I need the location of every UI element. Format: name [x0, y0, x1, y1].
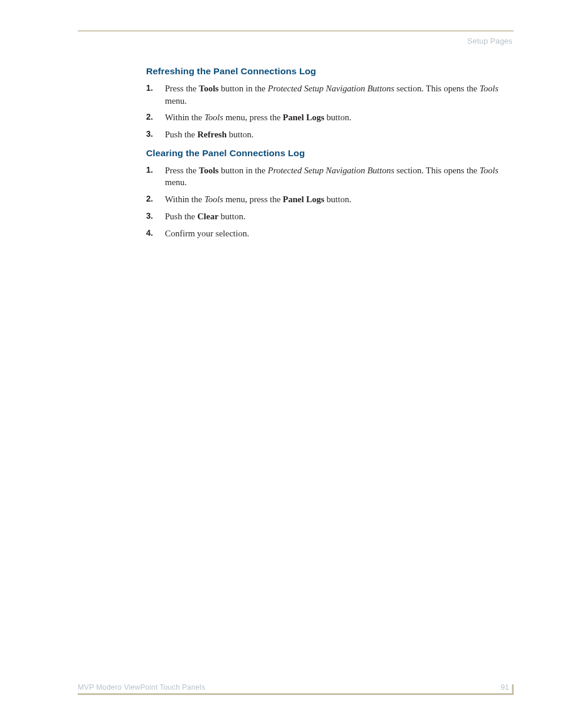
footer-corner-tick: [512, 684, 514, 695]
text-run: menu.: [165, 96, 187, 106]
text-run: menu.: [165, 177, 187, 187]
footer-rule: [78, 693, 514, 695]
footer-doc-title: MVP Modero ViewPoint Touch Panels: [78, 683, 205, 691]
text-run: Push the: [165, 130, 197, 139]
text-run: button.: [227, 130, 254, 139]
text-run: Panel Logs: [283, 113, 324, 122]
text-run: Tools: [204, 113, 223, 122]
text-run: button in the: [219, 166, 267, 175]
text-run: Tools: [199, 84, 219, 93]
list-item: Within the Tools menu, press the Panel L…: [146, 111, 501, 124]
header-rule: [78, 31, 514, 31]
list-item: Push the Refresh button.: [146, 129, 501, 141]
text-run: Tools: [480, 166, 498, 175]
list-item: Confirm your selection.: [146, 228, 501, 240]
text-run: Panel Logs: [283, 195, 324, 204]
text-run: menu, press the: [223, 113, 283, 122]
text-run: Tools: [204, 195, 223, 204]
text-run: Press the: [165, 166, 199, 175]
text-run: Tools: [480, 84, 498, 93]
text-run: Tools: [199, 166, 219, 175]
text-run: Protected Setup Navigation Buttons: [267, 84, 394, 93]
ordered-list: Press the Tools button in the Protected …: [146, 164, 501, 239]
text-run: Within the: [165, 113, 204, 122]
text-run: Protected Setup Navigation Buttons: [267, 166, 394, 175]
text-run: section. This opens the: [394, 84, 480, 93]
list-item: Push the Clear button.: [146, 210, 501, 223]
text-run: Push the: [165, 212, 197, 221]
footer: MVP Modero ViewPoint Touch Panels 91: [78, 682, 514, 695]
text-run: Clear: [197, 212, 219, 221]
text-run: button.: [325, 195, 352, 204]
text-run: Press the: [165, 84, 199, 93]
content-area: Refreshing the Panel Connections Log Pre…: [146, 66, 501, 246]
text-run: menu, press the: [223, 195, 283, 204]
text-run: section. This opens the: [394, 166, 480, 175]
text-run: button.: [219, 212, 246, 221]
list-item: Press the Tools button in the Protected …: [146, 83, 501, 107]
section-heading: Clearing the Panel Connections Log: [146, 148, 501, 159]
header-section-label: Setup Pages: [467, 37, 513, 45]
text-run: button.: [325, 113, 352, 122]
page: Setup Pages Refreshing the Panel Connect…: [0, 0, 562, 728]
section-heading: Refreshing the Panel Connections Log: [146, 66, 501, 77]
ordered-list: Press the Tools button in the Protected …: [146, 83, 501, 141]
list-item: Within the Tools menu, press the Panel L…: [146, 193, 501, 206]
text-run: Confirm your selection.: [165, 229, 249, 238]
text-run: Within the: [165, 195, 204, 204]
text-run: Refresh: [197, 130, 227, 139]
list-item: Press the Tools button in the Protected …: [146, 164, 501, 189]
footer-page-number: 91: [501, 683, 509, 691]
text-run: button in the: [219, 84, 267, 93]
